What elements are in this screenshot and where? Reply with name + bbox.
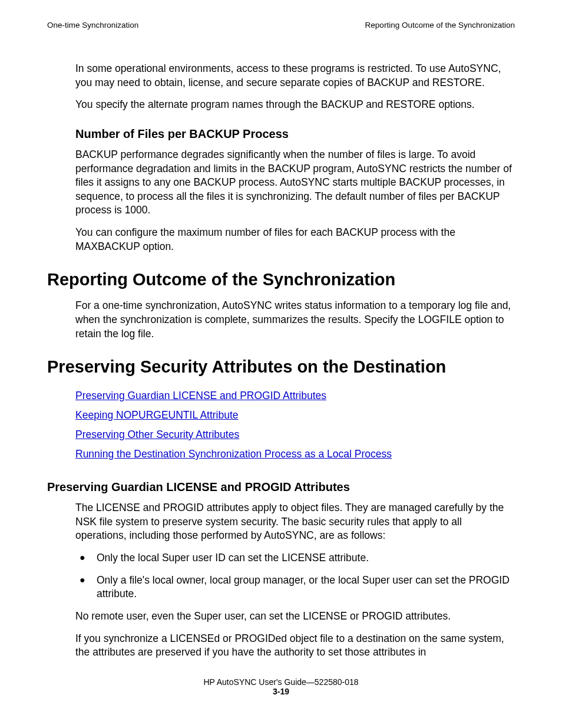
- link-preserving-other[interactable]: Preserving Other Security Attributes: [75, 429, 239, 441]
- reporting-heading: Reporting Outcome of the Synchronization: [47, 270, 515, 289]
- header-left: One-time Synchronization: [47, 21, 138, 29]
- guardian-bullets: Only the local Super user ID can set the…: [75, 551, 515, 601]
- document-page: One-time Synchronization Reporting Outco…: [0, 0, 562, 728]
- guardian-p3: If you synchronize a LICENSEd or PROGIDe…: [75, 632, 515, 660]
- guardian-bullet-2: Only a file's local owner, local group m…: [75, 574, 515, 601]
- guardian-p1: The LICENSE and PROGID attributes apply …: [75, 501, 515, 543]
- footer-line1: HP AutoSYNC User's Guide—522580-018: [203, 677, 358, 687]
- guardian-heading: Preserving Guardian LICENSE and PROGID A…: [47, 480, 515, 494]
- footer-pagenum: 3-19: [273, 687, 289, 696]
- page-footer: HP AutoSYNC User's Guide—522580-018 3-19: [47, 677, 515, 696]
- reporting-block: For a one-time synchronization, AutoSYNC…: [75, 299, 515, 341]
- numfiles-p2: You can configure the maximum number of …: [75, 226, 515, 253]
- reporting-p1: For a one-time synchronization, AutoSYNC…: [75, 299, 515, 341]
- link-running-destination[interactable]: Running the Destination Synchronization …: [75, 448, 392, 460]
- preserving-heading: Preserving Security Attributes on the De…: [47, 357, 515, 377]
- preserving-links: Preserving Guardian LICENSE and PROGID A…: [75, 386, 515, 464]
- guardian-block: The LICENSE and PROGID attributes apply …: [75, 501, 515, 660]
- guardian-bullet-1: Only the local Super user ID can set the…: [75, 551, 515, 565]
- guardian-p2: No remote user, even the Super user, can…: [75, 610, 515, 624]
- intro-p2: You specify the alternate program names …: [75, 98, 515, 112]
- numfiles-heading: Number of Files per BACKUP Process: [75, 127, 515, 141]
- header-right: Reporting Outcome of the Synchronization: [365, 21, 515, 29]
- page-header: One-time Synchronization Reporting Outco…: [47, 21, 515, 29]
- numfiles-p1: BACKUP performance degrades significantl…: [75, 148, 515, 218]
- intro-p1: In some operational environments, access…: [75, 62, 515, 90]
- link-preserving-guardian[interactable]: Preserving Guardian LICENSE and PROGID A…: [75, 390, 326, 402]
- intro-block: In some operational environments, access…: [75, 62, 515, 253]
- link-keeping-nopurgeuntil[interactable]: Keeping NOPURGEUNTIL Attribute: [75, 409, 239, 421]
